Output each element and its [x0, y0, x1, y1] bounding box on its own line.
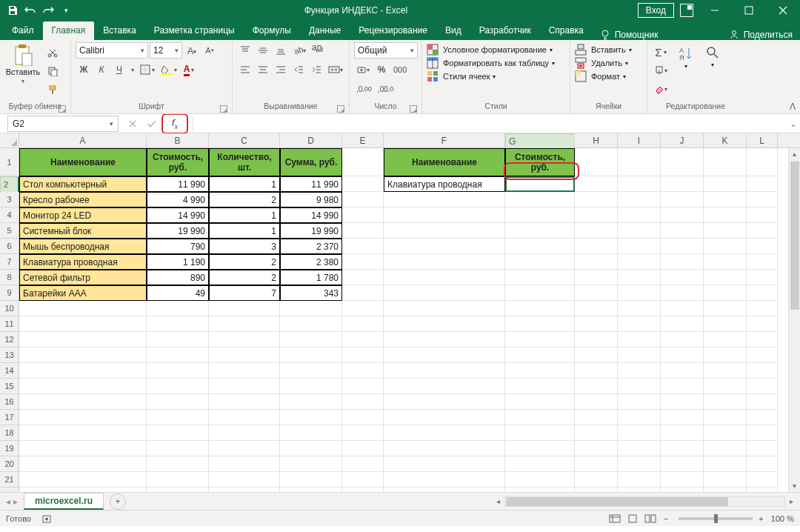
cell[interactable]: [505, 456, 575, 472]
cell[interactable]: [618, 379, 661, 394]
cell[interactable]: [19, 332, 147, 348]
sort-filter-button[interactable]: AЯ ▾: [674, 44, 698, 71]
page-layout-view-button[interactable]: [624, 512, 641, 525]
close-button[interactable]: [766, 0, 800, 21]
cell[interactable]: [505, 301, 575, 316]
cell[interactable]: [342, 192, 384, 207]
vertical-scroll-thumb[interactable]: [790, 162, 799, 310]
cell[interactable]: [505, 425, 575, 441]
find-select-button[interactable]: ▾: [702, 44, 723, 70]
cell[interactable]: [618, 192, 661, 207]
cell[interactable]: [505, 239, 575, 254]
row-header-4[interactable]: 4: [0, 207, 19, 223]
col-header-E[interactable]: E: [342, 133, 384, 147]
cell[interactable]: [661, 207, 704, 223]
cell[interactable]: [342, 207, 384, 223]
enter-formula-button[interactable]: [142, 116, 161, 132]
cell[interactable]: [661, 301, 704, 316]
cell[interactable]: [147, 363, 209, 379]
row-header-6[interactable]: 6: [0, 239, 19, 254]
cell[interactable]: [661, 316, 704, 332]
cell[interactable]: [147, 394, 209, 410]
t1-sum[interactable]: 11 990: [280, 176, 342, 192]
row-header-7[interactable]: 7: [0, 254, 19, 270]
cell[interactable]: [704, 488, 747, 492]
cell[interactable]: [704, 176, 747, 192]
cell[interactable]: [704, 192, 747, 207]
cell[interactable]: [704, 254, 747, 270]
cell[interactable]: [661, 239, 704, 254]
row-header-10[interactable]: 10: [0, 301, 19, 316]
cell[interactable]: [704, 239, 747, 254]
cell[interactable]: [575, 472, 618, 488]
cell[interactable]: [505, 472, 575, 488]
hdr-cost[interactable]: Стоимость, руб.: [147, 148, 209, 176]
t1-sum[interactable]: 19 990: [280, 223, 342, 239]
cell[interactable]: [342, 472, 384, 488]
t1-name[interactable]: Монитор 24 LED: [19, 207, 147, 223]
cell[interactable]: [747, 394, 778, 410]
t1-qty[interactable]: 1: [209, 223, 280, 239]
tab-developer[interactable]: Разработчик: [470, 21, 540, 40]
cell[interactable]: [505, 441, 575, 456]
cell[interactable]: [19, 456, 147, 472]
save-icon[interactable]: [4, 2, 21, 19]
font-size-select[interactable]: 12▾: [150, 42, 182, 59]
col-header-G[interactable]: G: [505, 133, 575, 150]
cell[interactable]: [384, 441, 505, 456]
minimize-button[interactable]: [698, 0, 732, 21]
cell[interactable]: [19, 363, 147, 379]
cell[interactable]: [505, 192, 575, 207]
cell[interactable]: [575, 301, 618, 316]
qat-customize-icon[interactable]: ▾: [58, 2, 74, 19]
cell[interactable]: [575, 176, 618, 192]
cell[interactable]: [704, 363, 747, 379]
cell[interactable]: [618, 332, 661, 348]
t1-qty[interactable]: 2: [209, 254, 280, 270]
cell[interactable]: [384, 285, 505, 301]
cell[interactable]: [704, 456, 747, 472]
cell[interactable]: [704, 285, 747, 301]
cell[interactable]: [384, 394, 505, 410]
cell[interactable]: [575, 148, 618, 176]
zoom-in-button[interactable]: +: [759, 514, 763, 523]
cell[interactable]: [342, 270, 384, 285]
scroll-down-icon[interactable]: ▾: [789, 480, 801, 492]
cell[interactable]: [384, 316, 505, 332]
t2-name[interactable]: Клавиатура проводная: [384, 176, 505, 192]
cell[interactable]: [147, 348, 209, 363]
cell[interactable]: [280, 379, 342, 394]
cell[interactable]: [747, 363, 778, 379]
currency-button[interactable]: ▾: [354, 61, 372, 78]
cell[interactable]: [342, 379, 384, 394]
cell[interactable]: [342, 285, 384, 301]
cell[interactable]: [147, 301, 209, 316]
zoom-slider[interactable]: [679, 517, 753, 520]
cell[interactable]: [342, 332, 384, 348]
align-center-button[interactable]: [255, 61, 271, 78]
align-top-button[interactable]: [237, 42, 253, 59]
cell[interactable]: [575, 254, 618, 270]
cell[interactable]: [575, 410, 618, 425]
row-header-3[interactable]: 3: [0, 192, 19, 207]
sheet-tab[interactable]: microexcel.ru: [24, 493, 104, 510]
t1-cost[interactable]: 1 190: [147, 254, 209, 270]
cell[interactable]: [209, 379, 280, 394]
cell[interactable]: [575, 441, 618, 456]
cell[interactable]: [661, 441, 704, 456]
cell[interactable]: [384, 301, 505, 316]
cell[interactable]: [342, 223, 384, 239]
share-button[interactable]: Поделиться: [721, 30, 800, 40]
autosum-button[interactable]: Σ▾: [652, 44, 670, 60]
cell[interactable]: [618, 410, 661, 425]
cell[interactable]: [19, 410, 147, 425]
borders-button[interactable]: ▾: [138, 61, 157, 78]
undo-button[interactable]: [22, 2, 39, 19]
maximize-button[interactable]: [732, 0, 766, 21]
t1-cost[interactable]: 49: [147, 285, 209, 301]
cell[interactable]: [209, 441, 280, 456]
cell[interactable]: [575, 316, 618, 332]
format-as-table-button[interactable]: Форматировать как таблицу▾: [427, 57, 555, 69]
cell[interactable]: [147, 488, 209, 492]
cell[interactable]: [704, 148, 747, 176]
